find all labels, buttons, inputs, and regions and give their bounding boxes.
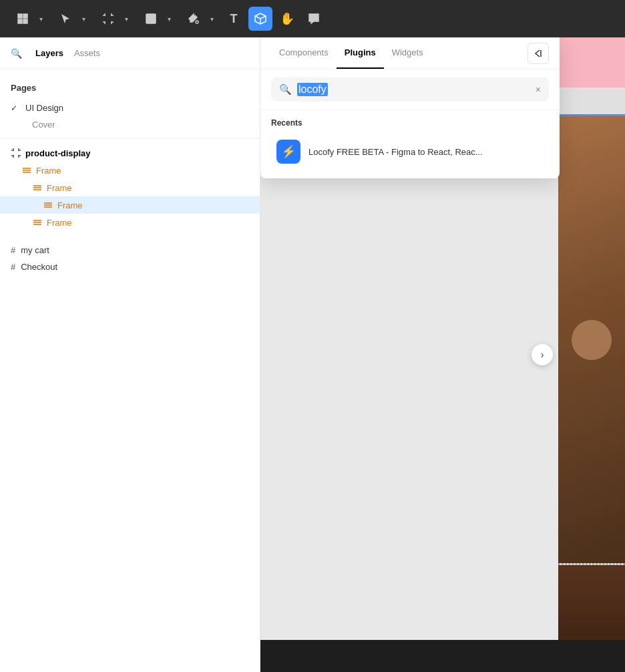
canvas-strip-cookies — [558, 116, 625, 563]
sidebar-search-icon: 🔍 — [11, 48, 22, 59]
frame-tool-chevron[interactable]: ▾ — [122, 7, 131, 31]
layer-frame-2[interactable]: Frame — [0, 179, 260, 196]
layer-frame-4[interactable]: Frame — [0, 214, 260, 231]
svg-rect-0 — [18, 14, 22, 18]
tab-layers[interactable]: Layers — [35, 45, 63, 61]
sidebar-tabs-bar: 🔍 Layers Assets — [0, 37, 260, 69]
hash-icon-checkout: # — [11, 262, 15, 272]
hash-icon-my-cart: # — [11, 245, 15, 255]
layer-name-frame-1: Frame — [36, 166, 249, 176]
layer-name-frame-3: Frame — [57, 200, 249, 210]
layer-frame-3[interactable]: Frame — [0, 196, 260, 214]
plugin-recents-section: Recents ⚡ Locofy FREE BETA - Figma to Re… — [260, 110, 560, 178]
canvas-strip-light — [558, 88, 625, 114]
plugin-search-area: 🔍 locofy × — [260, 69, 560, 110]
bottom-bar — [260, 640, 625, 672]
layer-name-frame-2: Frame — [47, 183, 249, 193]
move-tool-chevron[interactable]: ▾ — [36, 7, 45, 31]
layer-frame-1[interactable]: Frame — [0, 162, 260, 179]
tab-assets[interactable]: Assets — [74, 45, 100, 61]
page-name-checkout: Checkout — [21, 262, 57, 272]
clear-search-icon[interactable]: × — [536, 84, 541, 95]
hand-tool-button[interactable]: ✋ — [275, 7, 299, 31]
pen-tool-button[interactable] — [182, 7, 206, 31]
plugin-panel: Components Plugins Widgets 🔍 locofy — [260, 37, 560, 178]
svg-point-13 — [196, 21, 198, 23]
svg-rect-2 — [18, 19, 22, 23]
shape-tool-button[interactable] — [139, 7, 163, 31]
move-tool-group: ▾ — [8, 7, 48, 31]
tab-plugins[interactable]: Plugins — [337, 37, 384, 69]
pen-tool-chevron[interactable]: ▾ — [207, 7, 216, 31]
page-item-cover[interactable]: Cover — [0, 116, 260, 133]
shape-tool-chevron[interactable]: ▾ — [164, 7, 174, 31]
svg-rect-1 — [23, 14, 27, 18]
shape-tool-group: ▾ — [136, 7, 176, 31]
canvas-nav-arrow[interactable]: › — [532, 344, 553, 365]
frame-main-icon — [11, 148, 21, 158]
search-query-text: locofy — [297, 83, 328, 96]
layer-name-frame-4: Frame — [47, 218, 249, 228]
page-item-checkout[interactable]: # Checkout — [0, 259, 260, 275]
pointer-tool-chevron[interactable]: ▾ — [79, 7, 88, 31]
frame-icon-3 — [43, 200, 53, 210]
text-tool-button[interactable]: T — [222, 7, 246, 31]
check-icon: ✓ — [11, 104, 20, 113]
layer-name-product-display: product-display — [25, 148, 249, 158]
main-layout: 🔍 Layers Assets Pages ✓ UI Design Cover — [0, 37, 625, 672]
tab-components[interactable]: Components — [271, 37, 337, 69]
frame-tool-group: ▾ — [93, 7, 134, 31]
pages-section-label: Pages — [0, 77, 260, 100]
sidebar-content: Pages ✓ UI Design Cover — [0, 69, 260, 672]
frame-icon-2 — [32, 182, 43, 193]
recents-label: Recents — [271, 118, 549, 128]
tab-widgets[interactable]: Widgets — [384, 37, 431, 69]
back-to-editor-button[interactable] — [528, 43, 549, 64]
locofy-plugin-icon: ⚡ — [276, 140, 300, 164]
canvas-area: Components Plugins Widgets 🔍 locofy — [260, 37, 625, 672]
left-sidebar: 🔍 Layers Assets Pages ✓ UI Design Cover — [0, 37, 260, 672]
comment-tool-button[interactable] — [302, 7, 326, 31]
page-item-my-cart[interactable]: # my cart — [0, 242, 260, 259]
pointer-tool-button[interactable] — [53, 7, 77, 31]
layer-product-display[interactable]: product-display — [0, 144, 260, 162]
pen-tool-group: ▾ — [179, 7, 219, 31]
components-tool-button[interactable] — [248, 7, 272, 31]
pointer-tool-group: ▾ — [51, 7, 91, 31]
toolbar: ▾ ▾ ▾ — [0, 0, 625, 37]
divider — [0, 138, 260, 139]
move-tool-button[interactable] — [11, 7, 35, 31]
plugin-search-box: 🔍 locofy × — [271, 77, 549, 102]
svg-rect-3 — [23, 19, 27, 23]
frame-icon-4 — [32, 217, 43, 228]
frame-tool-button[interactable] — [96, 7, 120, 31]
canvas-right-strip — [558, 37, 625, 672]
page-name-ui-design: UI Design — [25, 103, 249, 113]
plugin-tabs-bar: Components Plugins Widgets — [260, 37, 560, 69]
plugin-result-name-locofy: Locofy FREE BETA - Figma to React, Reac.… — [308, 147, 483, 157]
plugin-result-locofy[interactable]: ⚡ Locofy FREE BETA - Figma to React, Rea… — [271, 133, 549, 170]
page-item-ui-design[interactable]: ✓ UI Design — [0, 100, 260, 116]
search-icon: 🔍 — [279, 83, 292, 96]
svg-rect-12 — [146, 14, 156, 23]
canvas-strip-pink — [558, 37, 625, 88]
page-name-cover: Cover — [32, 120, 249, 130]
page-name-my-cart: my cart — [21, 245, 49, 255]
frame-icon-1 — [21, 165, 32, 176]
